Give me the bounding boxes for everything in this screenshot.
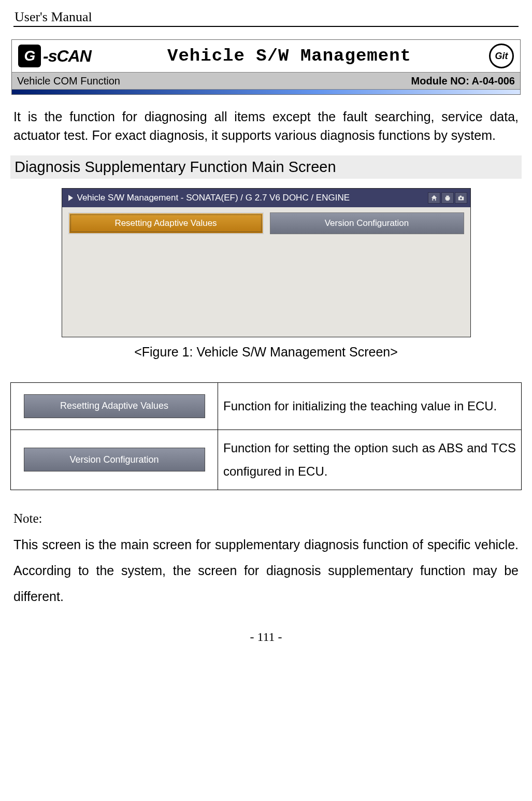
section-heading: Diagnosis Supplementary Function Main Sc…	[10, 155, 522, 179]
header-rule	[13, 26, 519, 27]
version-configuration-button[interactable]: Version Configuration	[270, 212, 464, 234]
note-block: Note: This screen is the main screen for…	[0, 506, 532, 609]
title-top-row: G -sCAN Vehicle S/W Management Git	[12, 40, 520, 72]
table-desc: Function for initializing the teaching v…	[218, 382, 522, 430]
svg-rect-2	[446, 199, 449, 201]
intro-paragraph: It is the function for diagnosing all it…	[0, 107, 532, 145]
function-table: Resetting Adaptive Values Function for i…	[10, 382, 522, 490]
screenshot-titlebar: Vehicle S/W Management - SONATA(EF) / G …	[62, 189, 470, 207]
page-number: - 111 -	[0, 630, 532, 644]
camera-icon[interactable]	[455, 192, 467, 204]
svg-point-4	[460, 197, 462, 199]
table-row: Resetting Adaptive Values Function for i…	[11, 382, 522, 430]
sub-left-label: Vehicle COM Function	[17, 75, 120, 87]
sub-right-label: Module NO: A-04-006	[411, 75, 515, 87]
figure-caption: <Figure 1: Vehicle S/W Management Screen…	[0, 345, 532, 360]
screenshot: Vehicle S/W Management - SONATA(EF) / G …	[62, 188, 471, 337]
note-body: This screen is the main screen for suppl…	[13, 532, 519, 609]
home-icon[interactable]	[428, 192, 440, 204]
title-block: G -sCAN Vehicle S/W Management Git Vehic…	[11, 39, 521, 90]
gscan-logo: G -sCAN	[18, 45, 111, 67]
git-logo-circle: Git	[489, 44, 514, 68]
table-desc: Function for setting the option such as …	[218, 430, 522, 490]
screenshot-body: Resetting Adaptive Values Version Config…	[62, 207, 470, 337]
resetting-adaptive-values-button[interactable]: Resetting Adaptive Values	[68, 212, 264, 234]
play-icon	[68, 195, 73, 201]
git-logo: Git	[467, 44, 514, 68]
note-heading: Note:	[13, 506, 519, 532]
gscan-logo-text: -sCAN	[43, 47, 91, 66]
gradient-bar	[11, 90, 521, 95]
screenshot-titlebar-text: Vehicle S/W Management - SONATA(EF) / G …	[77, 193, 428, 203]
title-sub-row: Vehicle COM Function Module NO: A-04-006	[12, 72, 520, 90]
svg-rect-5	[459, 195, 462, 197]
page-title: Vehicle S/W Management	[111, 46, 467, 66]
version-configuration-button[interactable]: Version Configuration	[24, 448, 205, 471]
gscan-logo-g: G	[18, 45, 41, 67]
svg-rect-1	[446, 195, 449, 197]
manual-title: User's Manual	[15, 9, 517, 25]
print-icon[interactable]	[441, 192, 454, 204]
resetting-adaptive-values-button[interactable]: Resetting Adaptive Values	[24, 394, 205, 418]
table-row: Version Configuration Function for setti…	[11, 430, 522, 490]
